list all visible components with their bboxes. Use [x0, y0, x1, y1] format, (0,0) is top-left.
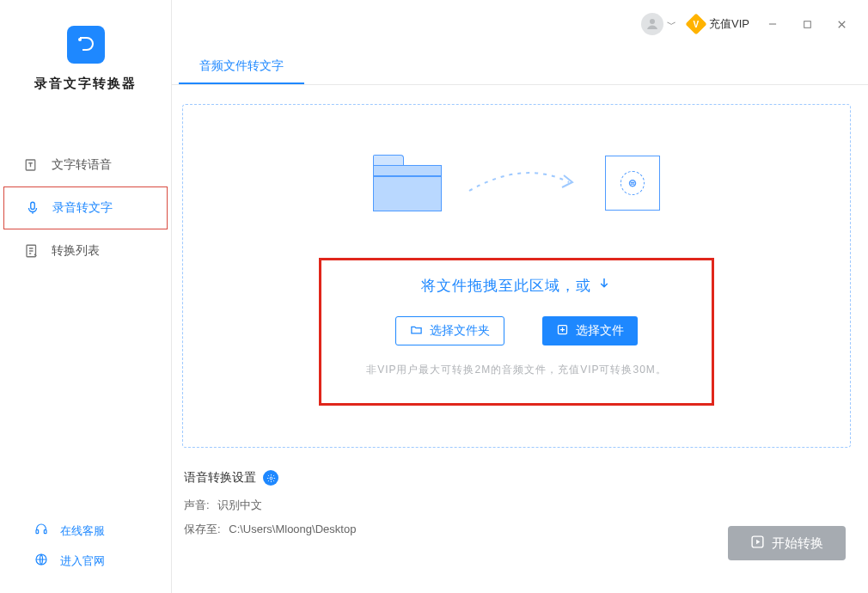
highlighted-action-area: 将文件拖拽至此区域，或 选择文件夹	[319, 258, 714, 406]
vip-limit-note: 非VIP用户最大可转换2M的音频文件，充值VIP可转换30M。	[366, 363, 667, 377]
nav-item-label: 文字转语音	[52, 157, 112, 173]
vip-badge-icon: V	[685, 13, 706, 34]
avatar-icon	[641, 13, 663, 35]
content: ⊜ 将文件拖拽至此区域，或	[172, 85, 868, 593]
vip-label: 充值VIP	[709, 16, 749, 32]
select-file-label: 选择文件	[576, 323, 624, 339]
app-window: 录音文字转换器 文字转语音 录音转文字	[0, 0, 868, 593]
start-convert-label: 开始转换	[772, 535, 823, 552]
svg-point-7	[650, 19, 655, 24]
voice-label: 声音:	[184, 498, 210, 511]
gear-icon[interactable]	[263, 470, 278, 486]
app-title: 录音文字转换器	[34, 76, 137, 92]
svg-rect-5	[44, 530, 46, 534]
folder-small-icon	[410, 323, 423, 339]
maximize-button[interactable]	[796, 13, 818, 35]
support-link[interactable]: 在线客服	[0, 516, 171, 546]
download-arrow-icon	[596, 276, 612, 296]
text-to-speech-icon	[24, 157, 40, 173]
select-file-button[interactable]: 选择文件	[542, 316, 638, 345]
mic-icon	[25, 200, 40, 216]
website-link[interactable]: 进入官网	[0, 546, 171, 576]
nav-item-label: 录音转文字	[52, 200, 113, 216]
document-convert-icon: ⊜	[605, 156, 660, 211]
settings-title: 语音转换设置	[184, 470, 256, 486]
nav-item-stt[interactable]: 录音转文字	[3, 186, 168, 229]
tabs: 音频文件转文字	[172, 48, 868, 85]
website-label: 进入官网	[60, 553, 105, 569]
select-folder-label: 选择文件夹	[430, 323, 490, 339]
settings-title-row: 语音转换设置	[184, 470, 851, 486]
list-icon	[24, 243, 40, 259]
svg-rect-8	[804, 21, 810, 28]
svg-rect-4	[36, 530, 39, 534]
button-row: 选择文件夹 选择文件	[395, 316, 638, 345]
nav-item-tts[interactable]: 文字转语音	[0, 144, 171, 186]
nav: 文字转语音 录音转文字 转换列表	[0, 144, 171, 272]
add-file-icon	[556, 323, 569, 339]
svg-point-10	[270, 477, 272, 480]
nav-item-list[interactable]: 转换列表	[0, 229, 171, 272]
nav-item-label: 转换列表	[52, 243, 100, 259]
save-label: 保存至:	[184, 523, 221, 535]
arrow-dashed-icon	[468, 165, 579, 202]
drop-hint: 将文件拖拽至此区域，或	[421, 276, 612, 296]
app-logo-icon	[67, 26, 105, 64]
globe-icon	[34, 553, 48, 569]
minimize-button[interactable]	[761, 13, 784, 35]
close-button[interactable]	[830, 13, 853, 35]
select-folder-button[interactable]: 选择文件夹	[395, 316, 504, 345]
svg-rect-2	[31, 202, 35, 209]
support-label: 在线客服	[60, 523, 105, 539]
tab-audio-to-text[interactable]: 音频文件转文字	[179, 48, 304, 84]
headset-icon	[34, 523, 48, 539]
illustration: ⊜	[373, 155, 660, 211]
dropzone[interactable]: ⊜ 将文件拖拽至此区域，或	[182, 104, 851, 448]
voice-setting-row: 声音: 识别中文	[184, 498, 851, 513]
drop-hint-text: 将文件拖拽至此区域，或	[421, 276, 591, 296]
sidebar-footer: 在线客服 进入官网	[0, 516, 171, 576]
svg-point-0	[78, 38, 82, 41]
play-icon	[750, 535, 765, 552]
chevron-down-icon: ﹀	[667, 18, 676, 31]
user-menu[interactable]: ﹀	[641, 13, 676, 35]
voice-value: 识别中文	[217, 498, 262, 511]
brand: 录音文字转换器	[0, 26, 171, 92]
titlebar: ﹀ V 充值VIP	[172, 0, 868, 48]
start-convert-button[interactable]: 开始转换	[728, 526, 846, 560]
main: ﹀ V 充值VIP 音频文件转文字	[172, 0, 868, 593]
folder-icon	[373, 155, 442, 211]
save-value: C:\Users\Mloong\Desktop	[229, 523, 356, 535]
vip-button[interactable]: V 充值VIP	[688, 16, 749, 32]
sidebar: 录音文字转换器 文字转语音 录音转文字	[0, 0, 172, 593]
